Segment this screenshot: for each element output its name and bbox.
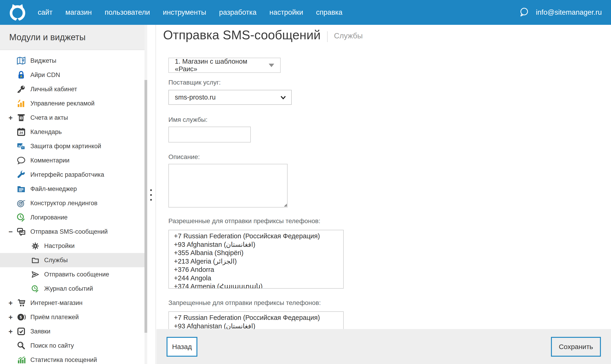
sidebar-item-label: Настройки [44,242,75,249]
cart-icon [16,298,26,308]
provider-select[interactable]: sms-prosto.ru [168,90,292,105]
support-email-link[interactable]: info@sitemanager.ru [536,8,602,16]
navbar-item-1[interactable]: сайт [38,8,53,16]
prefix-option[interactable]: +244 Angola [174,274,343,282]
sidebar-item[interactable]: Настройки [0,239,147,253]
sidebar-item[interactable]: Файл-менеджер [0,182,147,196]
sidebar-item[interactable]: Защита форм картинкой [0,139,147,153]
caret-down-icon [269,64,274,67]
expand-plus-icon[interactable]: + [7,314,14,321]
service-name-input[interactable] [168,127,251,143]
sidebar-item[interactable]: +Заявки [0,324,147,338]
sidebar-item-label: Приём платежей [30,314,79,321]
prefix-option[interactable]: +93 Afghanistan (افغانستان) [174,240,343,249]
lock-icon: A [16,70,26,79]
navbar-item-7[interactable]: справка [316,8,342,16]
sidebar-item-label: Интерфейс разработчика [30,171,104,178]
sidebar-item-label: Журнал событий [44,285,93,292]
sidebar-item-label: Интернет-магазин [30,299,82,307]
sidebar-item-label: Личный кабинет [30,86,77,93]
captcha-lock-icon [16,142,26,151]
search-icon [16,341,26,350]
prefix-option[interactable]: +376 Andorra [174,265,343,274]
main-content: Отправка SMS-сообщений Службы 1. Магазин… [156,25,611,364]
sidebar-item[interactable]: +Интернет-магазин [0,296,147,310]
panel-resize-handle[interactable] [147,25,156,364]
svg-text:A: A [20,75,22,78]
gear-icon [31,242,39,250]
bar-chart-arrow-icon [16,99,26,108]
collapse-minus-icon[interactable]: − [7,228,14,235]
folder-icon [31,256,39,264]
sidebar-title: Модули и виджеты [0,25,147,50]
navbar-item-2[interactable]: магазин [65,8,92,16]
allowed-prefixes-listbox[interactable]: +7 Russian Federation (Российская Федера… [168,230,344,289]
sidebar-item[interactable]: Поиск по сайту [0,338,147,353]
navbar-item-6[interactable]: настройки [269,8,303,16]
sidebar-item[interactable]: Виджеты [0,53,147,68]
sidebar-item[interactable]: −Отправка SMS-сообщений [0,224,147,239]
comment-icon [16,156,26,165]
coin-icon: $ [16,312,26,322]
prefix-option[interactable]: +374 Armenia (Հայաստան) [174,282,343,289]
description-textarea[interactable] [168,164,287,208]
sidebar-item-label: Статистика посещений [30,356,97,364]
chat-bubble-icon[interactable] [518,6,530,18]
sidebar-item-label: Поиск по сайту [30,342,74,349]
svg-text:$: $ [20,117,22,119]
sidebar-item[interactable]: Статистика посещений [0,353,147,364]
sidebar-item[interactable]: Интерфейс разработчика [0,168,147,182]
sidebar-item-label: Конструктор лендингов [30,200,97,207]
sidebar-item[interactable]: Комментарии [0,153,147,168]
sidebar-scrollbar-thumb[interactable] [145,80,147,333]
navbar-menu: сайтмагазинпользователиинструментыразраб… [38,8,342,16]
service-name-label: Имя службы: [168,116,207,123]
save-button[interactable]: Сохранить [551,337,601,357]
sidebar-item[interactable]: +$Приём платежей [0,310,147,324]
wrench-icon [16,170,26,179]
sidebar-scrollbar[interactable] [145,25,147,364]
calendar-icon: 24 [16,127,26,136]
expand-plus-icon[interactable]: + [7,114,14,121]
sidebar-item[interactable]: Логирование [0,210,147,224]
sidebar-item[interactable]: +$Счета и акты [0,111,147,125]
sitemanager-logo-icon[interactable] [8,2,27,23]
send-plane-icon [31,271,39,278]
navbar-item-4[interactable]: инструменты [163,8,206,16]
sidebar-item[interactable]: AАйри CDN [0,68,147,82]
navbar-item-3[interactable]: пользователи [105,8,150,16]
page-subtitle: Службы [327,31,363,42]
shop-dropdown[interactable]: 1. Магазин с шаблоном «Раис» [168,58,281,73]
stats-icon [16,355,26,364]
sidebar-item-label: Счета и акты [30,114,68,121]
drag-dots-icon [150,189,152,201]
folder-files-icon [16,184,26,194]
sidebar-item-label: Заявки [30,328,50,335]
sidebar-item-label: Файл-менеджер [30,185,77,193]
description-label: Описание: [168,153,200,161]
back-button[interactable]: Назад [166,337,197,357]
prefix-option[interactable]: +213 Algeria (الجزائر) [174,257,343,266]
allowed-prefixes-label: Разрешенные для отправки префиксы телефо… [168,217,320,225]
sidebar-item[interactable]: Конструктор лендингов [0,196,147,210]
sidebar: Модули и виджеты ВиджетыAАйри CDNЛичный … [0,25,147,364]
sidebar-item-label: Комментарии [30,157,69,164]
svg-text:24: 24 [19,131,23,134]
sidebar-item[interactable]: 24Календарь [0,125,147,139]
sidebar-item-label: Управление рекламой [30,100,95,107]
denied-prefixes-label: Запрещенные для отправки префиксы телефо… [168,299,321,307]
sidebar-item[interactable]: Личный кабинет [0,82,147,96]
prefix-option[interactable]: +7 Russian Federation (Российская Федера… [174,232,343,240]
expand-plus-icon[interactable]: + [7,328,14,335]
sidebar-item[interactable]: Управление рекламой [0,96,147,111]
prefix-option[interactable]: +355 Albania (Shqipëri) [174,249,343,257]
sidebar-item-label: Защита форм картинкой [30,143,101,150]
app-window: сайтмагазинпользователиинструментыразраб… [0,0,611,364]
key-icon [16,85,26,94]
sidebar-item[interactable]: Журнал событий [0,282,147,296]
prefix-option[interactable]: +7 Russian Federation (Российская Федера… [174,313,343,322]
expand-plus-icon[interactable]: + [7,299,14,307]
sidebar-item[interactable]: Отправить сообщение [0,267,147,282]
sidebar-item[interactable]: Службы [0,253,147,267]
navbar-item-5[interactable]: разработка [219,8,257,16]
